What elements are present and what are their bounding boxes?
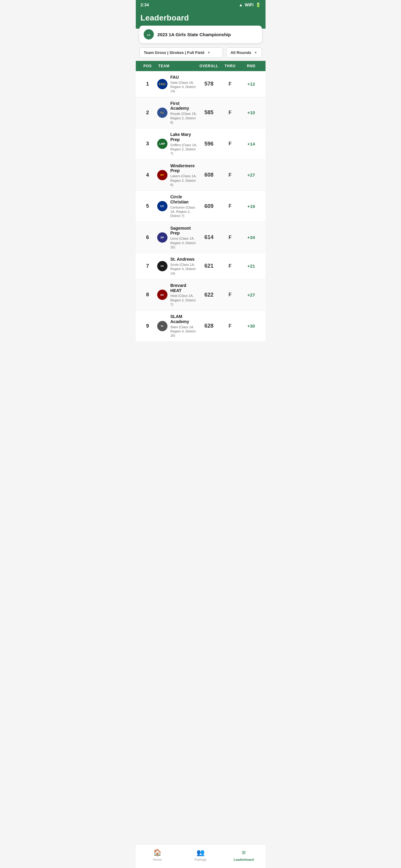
rnd-cell: +21 xyxy=(241,264,262,269)
round-filter-label: All Rounds xyxy=(231,50,251,55)
overall-cell: 578 xyxy=(199,81,220,87)
svg-text:1A: 1A xyxy=(147,33,150,36)
championship-banner[interactable]: 1A 2023 1A Girls State Championship xyxy=(139,26,262,43)
col-thru: THRU xyxy=(220,64,241,68)
team-info: Windermere Prep Lakers (Class 1A, Region… xyxy=(170,163,199,187)
rnd-cell: +30 xyxy=(241,323,262,329)
time-display: 2:34 xyxy=(141,2,149,7)
pos-cell: 7 xyxy=(139,263,156,269)
team-filter-label: Team Gross | Strokes | Full Field xyxy=(144,50,205,55)
pos-cell: 5 xyxy=(139,203,156,209)
pos-cell: 6 xyxy=(139,235,156,241)
table-body: 1 FAU FAU Owls (Class 1A, Region 4, Dist… xyxy=(136,71,265,844)
team-name: St. Andrews xyxy=(170,257,199,262)
table-row[interactable]: 6 SP Sagemont Prep Lions (Class 1A, Regi… xyxy=(136,222,265,253)
team-cell: FAU FAU Owls (Class 1A, Region 4, Distri… xyxy=(156,75,199,93)
team-subtitle: Royals (Class 1A, Region 2, District 6) xyxy=(170,112,199,124)
team-logo: SP xyxy=(157,232,168,243)
team-logo: CC xyxy=(157,201,168,211)
team-logo: BH xyxy=(157,290,168,300)
team-info: Lake Mary Prep Griffins (Class 1A, Regio… xyxy=(170,132,199,156)
battery-icon: 🔋 xyxy=(256,2,261,7)
leaderboard-label: Leaderboard xyxy=(234,858,254,861)
table-row[interactable]: 9 SL SLAM Academy Slam (Class 1A, Region… xyxy=(136,310,265,341)
team-name: Brevard HEAT xyxy=(170,283,199,293)
championship-logo-svg: 1A xyxy=(144,29,154,39)
team-name: Windermere Prep xyxy=(170,163,199,174)
overall-cell: 596 xyxy=(199,141,220,147)
team-subtitle: Heat (Class 1A, Region 2, District 7) xyxy=(170,293,199,307)
thru-cell: F xyxy=(220,173,241,178)
table-row[interactable]: 2 FA First Academy Royals (Class 1A, Reg… xyxy=(136,97,265,128)
nav-item-pairings[interactable]: 👥 Pairings xyxy=(179,847,222,863)
nav-item-leaderboard[interactable]: ≡ Leaderboard xyxy=(222,847,265,863)
col-pos: POS xyxy=(139,64,156,68)
status-icons: ▲ WiFi 🔋 xyxy=(239,2,260,7)
rnd-cell: +34 xyxy=(241,235,262,240)
team-info: FAU Owls (Class 1A, Region 4, District 1… xyxy=(170,75,199,93)
team-logo: FA xyxy=(157,107,168,118)
pos-cell: 3 xyxy=(139,141,156,147)
nav-item-home[interactable]: 🏠 Home xyxy=(136,847,179,863)
thru-cell: F xyxy=(220,323,241,329)
status-bar: 2:34 ▲ WiFi 🔋 xyxy=(136,0,265,10)
team-subtitle: Owls (Class 1A, Region 4, District 14) xyxy=(170,81,199,93)
overall-cell: 585 xyxy=(199,110,220,116)
team-info: Brevard HEAT Heat (Class 1A, Region 2, D… xyxy=(170,283,199,307)
pos-cell: 2 xyxy=(139,110,156,116)
team-filter-chevron-icon: ▼ xyxy=(207,51,210,54)
overall-cell: 621 xyxy=(199,263,220,269)
team-cell: SP Sagemont Prep Lions (Class 1A, Region… xyxy=(156,226,199,249)
team-logo: FAU xyxy=(157,79,168,89)
pairings-label: Pairings xyxy=(195,858,207,861)
team-name: SLAM Academy xyxy=(170,314,199,324)
col-overall: OVERALL xyxy=(199,64,220,68)
filters-row: Team Gross | Strokes | Full Field ▼ All … xyxy=(136,43,265,61)
team-cell: LMP Lake Mary Prep Griffins (Class 1A, R… xyxy=(156,132,199,156)
thru-cell: F xyxy=(220,235,241,240)
rnd-cell: +12 xyxy=(241,82,262,87)
team-logo: SA xyxy=(157,261,168,271)
thru-cell: F xyxy=(220,204,241,209)
round-filter-button[interactable]: All Rounds ▼ xyxy=(226,47,262,58)
table-row[interactable]: 4 WP Windermere Prep Lakers (Class 1A, R… xyxy=(136,160,265,191)
team-info: Circle Christian Centurion (Class 1A, Re… xyxy=(170,194,199,218)
thru-cell: F xyxy=(220,141,241,147)
round-filter-chevron-icon: ▼ xyxy=(254,51,257,54)
table-row[interactable]: 5 CC Circle Christian Centurion (Class 1… xyxy=(136,191,265,222)
championship-logo: 1A xyxy=(144,29,154,39)
bottom-nav: 🏠 Home 👥 Pairings ≡ Leaderboard xyxy=(136,844,265,868)
table-header: POS TEAM OVERALL THRU RND xyxy=(136,61,265,71)
pairings-icon: 👥 xyxy=(196,849,205,857)
championship-title: 2023 1A Girls State Championship xyxy=(157,32,231,37)
table-row[interactable]: 8 BH Brevard HEAT Heat (Class 1A, Region… xyxy=(136,279,265,310)
signal-icon: ▲ xyxy=(239,2,243,7)
team-logo: SL xyxy=(157,321,168,331)
rnd-cell: +27 xyxy=(241,292,262,298)
col-rnd: RND xyxy=(241,64,262,68)
team-info: Sagemont Prep Lions (Class 1A, Region 4,… xyxy=(170,226,199,249)
overall-cell: 608 xyxy=(199,172,220,178)
team-name: Lake Mary Prep xyxy=(170,132,199,142)
home-icon: 🏠 xyxy=(153,849,162,857)
table-row[interactable]: 3 LMP Lake Mary Prep Griffins (Class 1A,… xyxy=(136,128,265,159)
team-cell: CC Circle Christian Centurion (Class 1A,… xyxy=(156,194,199,218)
team-subtitle: Lions (Class 1A, Region 4, District 15) xyxy=(170,236,199,249)
col-team: TEAM xyxy=(156,64,199,68)
team-subtitle: Griffins (Class 1A, Region 2, District 7… xyxy=(170,143,199,156)
team-filter-button[interactable]: Team Gross | Strokes | Full Field ▼ xyxy=(139,47,223,58)
rnd-cell: +19 xyxy=(241,204,262,209)
team-logo: WP xyxy=(157,170,168,180)
page-title: Leaderboard xyxy=(141,13,261,23)
table-row[interactable]: 7 SA St. Andrews Scots (Class 1A, Region… xyxy=(136,253,265,279)
team-info: First Academy Royals (Class 1A, Region 2… xyxy=(170,101,199,124)
team-name: Sagemont Prep xyxy=(170,226,199,236)
overall-cell: 609 xyxy=(199,203,220,210)
team-cell: WP Windermere Prep Lakers (Class 1A, Reg… xyxy=(156,163,199,187)
table-row[interactable]: 1 FAU FAU Owls (Class 1A, Region 4, Dist… xyxy=(136,71,265,97)
thru-cell: F xyxy=(220,82,241,87)
pos-cell: 4 xyxy=(139,172,156,178)
team-subtitle: Lakers (Class 1A, Region 2, District 6) xyxy=(170,174,199,187)
team-cell: SA St. Andrews Scots (Class 1A, Region 4… xyxy=(156,257,199,276)
team-cell: FA First Academy Royals (Class 1A, Regio… xyxy=(156,101,199,124)
